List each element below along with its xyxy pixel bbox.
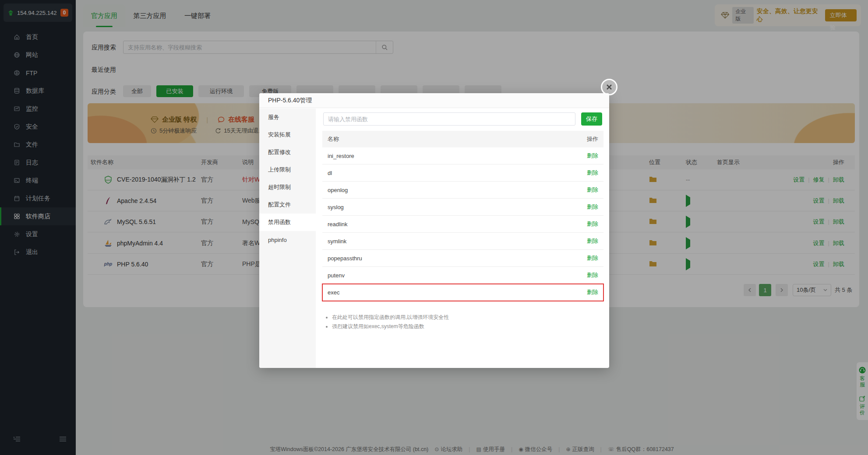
modal-tab-disabled-functions[interactable]: 禁用函数 <box>259 214 316 231</box>
modal-tab-config-modify[interactable]: 配置修改 <box>259 144 316 161</box>
modal-tab-upload-limit[interactable]: 上传限制 <box>259 161 316 178</box>
modal-tab-label: 超时限制 <box>268 183 291 191</box>
delete-link[interactable]: 删除 <box>587 271 598 279</box>
function-row: syslog 删除 <box>322 199 603 216</box>
function-row: ini_restore 删除 <box>322 147 603 164</box>
function-row: putenv 删除 <box>322 267 603 284</box>
modal-tab-label: 禁用函数 <box>268 218 291 226</box>
disable-function-input[interactable] <box>323 112 575 126</box>
modal-tab-label: 上传限制 <box>268 166 291 174</box>
function-name: popepassthru <box>328 255 362 262</box>
function-table-header: 名称 操作 <box>322 131 603 147</box>
function-row: symlink 删除 <box>322 233 603 250</box>
function-row: popepassthru 删除 <box>322 250 603 267</box>
function-name: symlink <box>328 238 346 245</box>
function-name: ini_restore <box>328 153 354 159</box>
delete-link[interactable]: 删除 <box>587 186 598 194</box>
function-name: exec <box>328 289 339 296</box>
function-name: putenv <box>328 272 345 279</box>
modal-tab-phpinfo[interactable]: phpinfo <box>259 231 316 248</box>
function-row: openlog 删除 <box>322 182 603 199</box>
modal-close-button[interactable] <box>601 79 617 95</box>
fn-col-action: 操作 <box>587 135 598 143</box>
save-button[interactable]: 保存 <box>581 112 602 126</box>
modal-tab-label: 安装拓展 <box>268 131 291 139</box>
delete-link[interactable]: 删除 <box>587 288 598 296</box>
modal-tab-install-extension[interactable]: 安装拓展 <box>259 126 316 144</box>
modal-tab-timeout-limit[interactable]: 超时限制 <box>259 178 316 196</box>
function-name: syslog <box>328 204 344 210</box>
modal-tab-label: 服务 <box>268 113 279 121</box>
modal-notes: 在此处可以禁用指定函数的调用,以增强环境安全性 强烈建议禁用如exec,syst… <box>326 313 449 331</box>
modal-tab-label: 配置文件 <box>268 201 291 209</box>
function-name: readlink <box>328 221 348 228</box>
delete-link[interactable]: 删除 <box>587 254 598 262</box>
modal-tab-config-file[interactable]: 配置文件 <box>259 196 316 214</box>
delete-link[interactable]: 删除 <box>587 152 598 160</box>
delete-link[interactable]: 删除 <box>587 237 598 245</box>
close-icon <box>606 84 613 91</box>
function-name: dl <box>328 170 332 176</box>
function-row: dl 删除 <box>322 164 603 182</box>
modal-tab-label: phpinfo <box>268 237 287 243</box>
function-row: readlink 删除 <box>322 216 603 233</box>
delete-link[interactable]: 删除 <box>587 220 598 228</box>
delete-link[interactable]: 删除 <box>587 203 598 211</box>
php-manage-modal: PHP-5.6.40管理 服务 安装拓展 配置修改 上传限制 超时限制 配置文件… <box>259 93 609 368</box>
modal-tab-label: 配置修改 <box>268 148 291 156</box>
fn-col-name: 名称 <box>328 135 339 143</box>
function-row-highlighted: exec 删除 <box>322 284 603 301</box>
modal-tab-list: 服务 安装拓展 配置修改 上传限制 超时限制 配置文件 禁用函数 phpinfo <box>259 108 316 368</box>
modal-title: PHP-5.6.40管理 <box>259 93 609 108</box>
note-line: 强烈建议禁用如exec,system等危险函数 <box>332 322 449 331</box>
function-name: openlog <box>328 187 348 193</box>
page: 154.94.225.142 0 首页 网站 FTP 数据库 监控 安全 <box>0 0 868 455</box>
note-line: 在此处可以禁用指定函数的调用,以增强环境安全性 <box>332 313 449 322</box>
modal-tab-service[interactable]: 服务 <box>259 108 316 126</box>
delete-link[interactable]: 删除 <box>587 169 598 177</box>
